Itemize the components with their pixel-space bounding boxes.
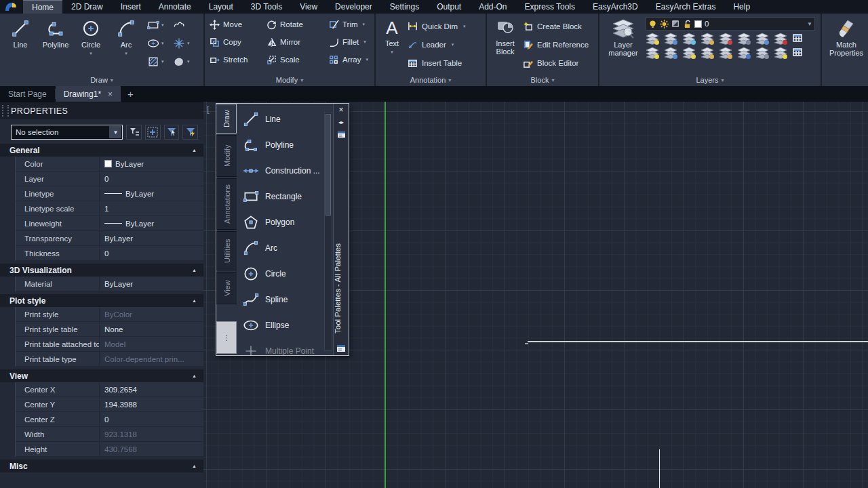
layer-walk-icon[interactable] xyxy=(755,47,769,59)
menu-item-add-on[interactable]: Add-On xyxy=(470,0,515,14)
menu-item-home[interactable]: Home xyxy=(23,0,62,14)
property-row-width[interactable]: Width 923.1318 xyxy=(16,427,203,442)
layers-panel-title[interactable]: Layers xyxy=(599,74,821,86)
menu-item-layout[interactable]: Layout xyxy=(200,0,242,14)
layer-merge-icon[interactable] xyxy=(755,33,769,45)
palette-scrollbar[interactable] xyxy=(324,112,332,351)
annotation-panel-title[interactable]: Annotation xyxy=(376,74,486,86)
fillet-button[interactable]: Fillet xyxy=(327,37,380,47)
create-block-button[interactable]: Create Block xyxy=(521,21,589,31)
rotate-button[interactable]: Rotate xyxy=(264,20,327,30)
property-row-linetype-scale[interactable]: Linetype scale 1 xyxy=(16,201,203,216)
properties-header[interactable]: PROPERTIES xyxy=(0,102,203,119)
property-value[interactable]: ByLayer xyxy=(115,160,144,168)
palette-tab-overflow-icon[interactable]: ⋮ xyxy=(216,321,237,354)
layer-settings-icon[interactable] xyxy=(792,47,806,59)
property-value[interactable]: ByLayer xyxy=(100,277,203,291)
toggle-pickadd-icon[interactable] xyxy=(182,125,198,140)
section-general-header[interactable]: General xyxy=(0,144,203,157)
property-value[interactable]: 0 xyxy=(100,412,203,426)
close-tab-icon[interactable]: × xyxy=(108,89,113,99)
layer-state-icon[interactable] xyxy=(719,33,732,45)
menu-item-easyarch-extras[interactable]: EasyArch Extras xyxy=(647,0,725,14)
array-button[interactable]: Array xyxy=(327,55,380,65)
menu-item-express-tools[interactable]: Express Tools xyxy=(516,0,584,14)
palette-tab-draw[interactable]: Draw xyxy=(216,104,237,134)
edit-reference-button[interactable]: Edit Reference xyxy=(521,39,589,49)
layer-properties-icon[interactable] xyxy=(792,33,806,45)
palette-item-arc[interactable]: Arc xyxy=(237,235,324,261)
menu-item-easyarch3d[interactable]: EasyArch3D xyxy=(584,0,647,14)
layer-delete-icon[interactable] xyxy=(774,33,787,45)
property-value[interactable]: 0 xyxy=(100,171,203,186)
property-row-height[interactable]: Height 430.7568 xyxy=(16,442,203,457)
property-row-print-table-attached[interactable]: Print table attached to Model xyxy=(16,337,203,352)
menu-item-3d-tools[interactable]: 3D Tools xyxy=(242,0,291,14)
select-objects-icon[interactable] xyxy=(145,125,161,140)
palette-close-icon[interactable]: × xyxy=(338,104,343,116)
palette-menu-icon[interactable] xyxy=(336,344,346,352)
selection-dropdown-arrow-icon[interactable]: ▼ xyxy=(109,126,121,138)
palette-item-ellipse[interactable]: Ellipse xyxy=(237,312,324,338)
layer-isolate-icon[interactable] xyxy=(646,47,659,59)
palette-item-circle[interactable]: Circle xyxy=(237,261,324,287)
property-row-thickness[interactable]: Thickness 0 xyxy=(16,246,203,261)
layer-copy-objects-icon[interactable] xyxy=(719,47,732,59)
property-value[interactable]: None xyxy=(100,322,203,336)
palette-item-spline[interactable]: Spline xyxy=(237,287,324,312)
property-value[interactable]: 309.2654 xyxy=(100,382,203,396)
property-row-center-x[interactable]: Center X 309.2654 xyxy=(16,382,203,397)
insert-block-button[interactable]: Insert Block xyxy=(490,16,521,74)
property-value[interactable]: 0 xyxy=(100,246,203,260)
arc-button[interactable]: Arc xyxy=(108,16,144,74)
property-row-print-style[interactable]: Print style ByColor xyxy=(16,307,203,322)
menu-item-developer[interactable]: Developer xyxy=(326,0,381,14)
property-value[interactable]: ByLayer xyxy=(125,190,154,198)
viewport-controls[interactable]: [ xyxy=(207,104,210,114)
menu-item-help[interactable]: Help xyxy=(724,0,759,14)
palette-grab-handle-icon[interactable] xyxy=(2,105,9,117)
layer-unlock-all-icon[interactable] xyxy=(701,47,714,59)
palette-tab-annotations[interactable]: Annotations xyxy=(216,178,237,230)
menu-item-annotate[interactable]: Annotate xyxy=(150,0,200,14)
section-view-header[interactable]: View xyxy=(0,369,203,382)
section-misc-header[interactable]: Misc xyxy=(0,460,203,472)
property-value[interactable]: ByLayer xyxy=(100,231,203,245)
palette-tab-view[interactable]: View xyxy=(216,272,237,304)
block-panel-title[interactable]: Block xyxy=(487,74,598,86)
quick-select-icon[interactable] xyxy=(126,125,142,140)
hatch-icon[interactable] xyxy=(146,55,172,68)
property-value[interactable]: 194.3988 xyxy=(100,397,203,411)
quick-dim-button[interactable]: Quick Dim xyxy=(406,21,466,31)
property-value[interactable]: ByLayer xyxy=(125,220,154,228)
layer-make-current-icon[interactable] xyxy=(682,47,696,59)
stretch-button[interactable]: Stretch xyxy=(208,55,264,65)
property-row-transparency[interactable]: Transparency ByLayer xyxy=(16,231,203,246)
palette-properties-icon[interactable] xyxy=(337,128,346,140)
layer-on-all-icon[interactable] xyxy=(774,47,787,59)
move-button[interactable]: Move xyxy=(208,20,264,30)
layer-previous-icon[interactable] xyxy=(737,33,751,45)
property-row-print-style-table[interactable]: Print style table None xyxy=(16,322,203,337)
match-properties-button[interactable]: Match Properties xyxy=(825,16,868,74)
menu-item-settings[interactable]: Settings xyxy=(381,0,428,14)
palette-tab-utilities[interactable]: Utilities xyxy=(216,231,237,270)
property-row-lineweight[interactable]: Lineweight ByLayer xyxy=(16,216,203,231)
point-icon[interactable] xyxy=(172,37,198,50)
property-row-print-table-type[interactable]: Print table type Color-dependent prin... xyxy=(16,352,203,367)
ellipse-icon[interactable] xyxy=(146,37,172,50)
layer-unisolate-icon[interactable] xyxy=(664,47,677,59)
filter-select-icon[interactable] xyxy=(164,125,180,140)
text-button[interactable]: A Text xyxy=(378,16,406,74)
layer-dropdown-arrow-icon[interactable]: ▼ xyxy=(807,21,812,27)
menu-item-insert[interactable]: Insert xyxy=(112,0,150,14)
menu-item-output[interactable]: Output xyxy=(428,0,470,14)
layer-match-icon[interactable] xyxy=(737,47,751,59)
circle-button[interactable]: Circle xyxy=(73,16,108,74)
layer-off-icon[interactable] xyxy=(646,33,659,45)
polyline-button[interactable]: Polyline xyxy=(38,16,73,74)
section-3d-visualization-header[interactable]: 3D Visualization xyxy=(0,264,203,277)
property-value[interactable]: 1 xyxy=(100,201,203,216)
palette-item-construction-line[interactable]: Construction ... xyxy=(237,158,324,184)
palette-item-polyline[interactable]: Polyline xyxy=(237,132,324,158)
